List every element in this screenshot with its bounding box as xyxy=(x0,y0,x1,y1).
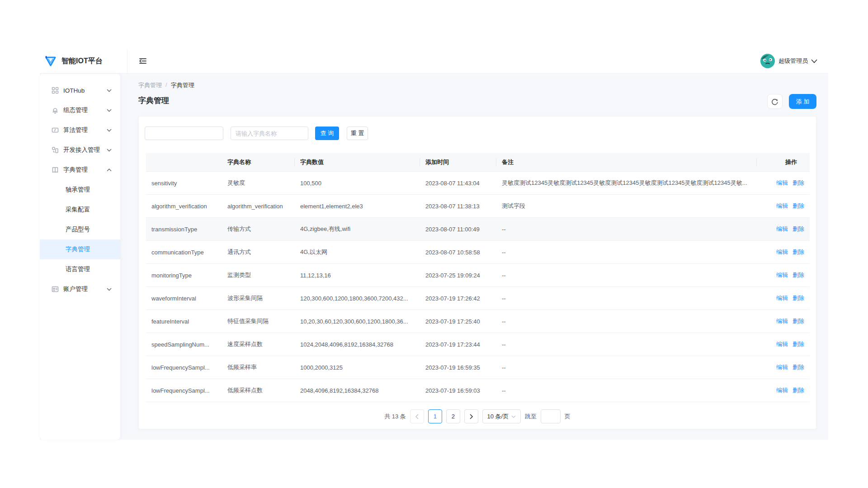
edit-link[interactable]: 编辑 xyxy=(776,202,788,209)
breadcrumb-parent[interactable]: 字典管理 xyxy=(138,81,162,89)
main-area: IOTHub 组态管理 算法管理 xyxy=(40,74,828,440)
prev-page-button[interactable] xyxy=(410,409,424,423)
delete-link[interactable]: 删除 xyxy=(793,225,804,232)
query-button[interactable]: 查 询 xyxy=(315,127,339,140)
cell-value: 100,500 xyxy=(295,180,420,187)
delete-link[interactable]: 删除 xyxy=(793,341,804,347)
col-header-name: 字典名称 xyxy=(222,158,295,166)
refresh-button[interactable] xyxy=(767,94,783,109)
add-button[interactable]: 添 加 xyxy=(789,94,816,109)
table-row: algorithm_verification algorithm_verific… xyxy=(146,195,810,218)
reset-button[interactable]: 重 置 xyxy=(347,127,368,140)
cell-time: 2023-08-07 11:00:49 xyxy=(420,226,496,233)
app-title: 智能IOT平台 xyxy=(61,56,103,66)
edit-link[interactable]: 编辑 xyxy=(776,341,788,347)
chevron-down-icon xyxy=(107,149,112,152)
dict-name-input[interactable] xyxy=(231,127,308,140)
sidebar-subitem-bearing[interactable]: 轴承管理 xyxy=(40,180,120,200)
edit-link[interactable]: 编辑 xyxy=(776,225,788,232)
sidebar-subitem-label: 轴承管理 xyxy=(66,186,90,194)
cell-name: 灵敏度 xyxy=(222,179,295,187)
page-size-select[interactable]: 10 条/页 xyxy=(482,409,521,423)
delete-link[interactable]: 删除 xyxy=(793,387,804,394)
cell-remark: -- xyxy=(496,318,757,325)
cell-time: 2023-07-25 19:09:24 xyxy=(420,272,496,279)
menu-fold-icon[interactable] xyxy=(138,56,147,66)
cell-key: transmissionType xyxy=(146,226,222,233)
cell-time: 2023-07-19 17:23:44 xyxy=(420,341,496,348)
table-row: lowFrequencySampl... 低频采样点数 2048,4096,81… xyxy=(146,379,810,402)
chevron-down-icon xyxy=(107,288,112,291)
delete-link[interactable]: 删除 xyxy=(793,364,804,371)
table-row: waveformInterval 波形采集间隔 120,300,600,1200… xyxy=(146,287,810,310)
next-page-button[interactable] xyxy=(464,409,478,423)
edit-link[interactable]: 编辑 xyxy=(776,179,788,186)
cell-value: 4G,以太网 xyxy=(295,248,420,256)
sidebar-item-label: 账户管理 xyxy=(63,285,88,293)
page-size-value: 10 条/页 xyxy=(487,413,509,421)
algorithm-icon xyxy=(52,127,59,134)
sidebar-item-account[interactable]: 账户管理 xyxy=(40,279,120,299)
config-icon xyxy=(52,107,59,114)
cell-key: lowFrequencySampl... xyxy=(146,387,222,394)
sidebar-item-dictionary[interactable]: 字典管理 xyxy=(40,160,120,180)
refresh-icon xyxy=(771,98,778,105)
delete-link[interactable]: 删除 xyxy=(793,318,804,324)
sidebar-subitem-collection-config[interactable]: 采集配置 xyxy=(40,200,120,220)
user-menu[interactable]: 超级管理员 xyxy=(760,49,817,73)
cell-name: 传输方式 xyxy=(222,225,295,233)
breadcrumb-current: 字典管理 xyxy=(171,81,194,89)
cell-time: 2023-07-19 17:25:40 xyxy=(420,318,496,325)
edit-link[interactable]: 编辑 xyxy=(776,295,788,301)
sidebar-item-dev-access[interactable]: 开发接入管理 xyxy=(40,140,120,160)
cell-name: 波形采集间隔 xyxy=(222,294,295,302)
search-input-first[interactable] xyxy=(145,127,223,140)
cell-remark: 测试字段 xyxy=(496,202,757,210)
sidebar-item-configuration[interactable]: 组态管理 xyxy=(40,100,120,120)
cell-name: algorithm_verification xyxy=(222,203,295,210)
sidebar-subitem-product-model[interactable]: 产品型号 xyxy=(40,220,120,239)
edit-link[interactable]: 编辑 xyxy=(776,272,788,278)
cell-time: 2023-07-19 16:59:35 xyxy=(420,364,496,371)
cell-remark: -- xyxy=(496,249,757,256)
content-card: 查 询 重 置 字典名称 字典数值 添加时间 备注 操作 sensitivity… xyxy=(138,116,816,429)
cell-remark: -- xyxy=(496,364,757,371)
cell-value: 1024,2048,4096,8192,16384,32768 xyxy=(295,341,420,348)
cell-time: 2023-08-07 11:43:04 xyxy=(420,180,496,187)
cell-key: featureInterval xyxy=(146,318,222,325)
sidebar-item-label: 开发接入管理 xyxy=(63,146,100,154)
cell-key: lowFrequencySampl... xyxy=(146,364,222,371)
cell-time: 2023-07-19 16:59:03 xyxy=(420,387,496,394)
delete-link[interactable]: 删除 xyxy=(793,179,804,186)
jump-page-input[interactable] xyxy=(541,409,561,423)
edit-link[interactable]: 编辑 xyxy=(776,249,788,255)
delete-link[interactable]: 删除 xyxy=(793,202,804,209)
edit-link[interactable]: 编辑 xyxy=(776,318,788,324)
cell-time: 2023-08-07 10:58:58 xyxy=(420,249,496,256)
jump-prefix-label: 跳至 xyxy=(525,413,537,421)
delete-link[interactable]: 删除 xyxy=(793,295,804,301)
edit-link[interactable]: 编辑 xyxy=(776,364,788,371)
cell-name: 低频采样点数 xyxy=(222,386,295,394)
delete-link[interactable]: 删除 xyxy=(793,249,804,255)
sidebar-item-algorithm[interactable]: 算法管理 xyxy=(40,120,120,140)
sidebar-subitem-language[interactable]: 语言管理 xyxy=(40,259,120,279)
sidebar-item-label: IOTHub xyxy=(63,87,85,94)
table-row: lowFrequencySampl... 低频采样率 1000,2000,312… xyxy=(146,356,810,379)
sidebar-subitem-label: 产品型号 xyxy=(66,225,90,234)
chevron-right-icon xyxy=(469,414,473,419)
sidebar-item-iothub[interactable]: IOTHub xyxy=(40,80,120,100)
cell-remark: -- xyxy=(496,295,757,302)
page-button-2[interactable]: 2 xyxy=(446,409,460,423)
delete-link[interactable]: 删除 xyxy=(793,272,804,278)
cell-key: monitoringType xyxy=(146,272,222,279)
edit-link[interactable]: 编辑 xyxy=(776,387,788,394)
pagination-total: 共 13 条 xyxy=(384,413,406,421)
cell-remark: 灵敏度测试12345灵敏度测试12345灵敏度测试12345灵敏度测试12345… xyxy=(496,179,757,187)
sidebar-item-label: 组态管理 xyxy=(63,106,88,114)
page-button-1[interactable]: 1 xyxy=(428,409,442,423)
sidebar-subitem-dictionary-active[interactable]: 字典管理 xyxy=(40,239,120,259)
cell-value: 2048,4096,8192,16384,32768 xyxy=(295,387,420,394)
cell-value: element1,element2,ele3 xyxy=(295,203,420,210)
cell-time: 2023-08-07 11:38:13 xyxy=(420,203,496,210)
